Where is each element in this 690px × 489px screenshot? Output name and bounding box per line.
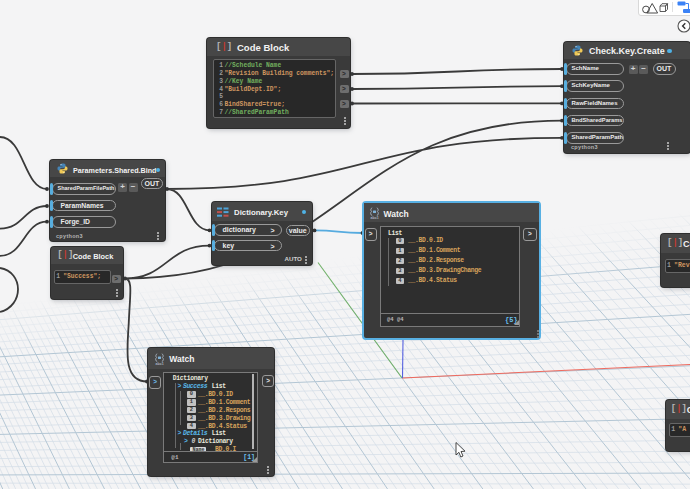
svg-text:abc1: abc1 — [370, 216, 378, 219]
